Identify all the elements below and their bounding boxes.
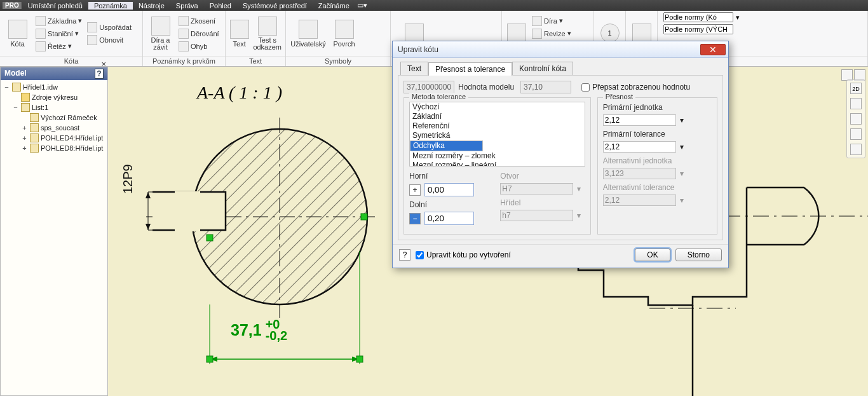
zoom-icon[interactable] bbox=[850, 128, 862, 140]
alt-tol-select bbox=[603, 195, 676, 206]
chamfer-button[interactable]: Zkosení bbox=[177, 15, 220, 27]
tree-label[interactable]: POHLED4:Hřídel.ipt bbox=[41, 134, 103, 142]
dimension-horizontal[interactable]: 37,1 +0 -0,2 bbox=[231, 318, 287, 341]
list-item[interactable]: Základní bbox=[410, 112, 585, 121]
tree-label[interactable]: sps_soucast bbox=[41, 124, 79, 132]
bend-icon bbox=[179, 41, 189, 51]
menu-tab[interactable]: Umístění pohledů bbox=[22, 2, 88, 10]
ribbon-panel-kota: Kóta Základna▾ Staniční▾ Řetěz▾ Uspořáda… bbox=[0, 11, 143, 66]
primary-tol-select[interactable] bbox=[603, 141, 676, 153]
ribbon-panel-symbols: Uživatelský Povrch Symboly bbox=[286, 11, 391, 66]
chamfer-icon bbox=[179, 16, 189, 26]
lower-input[interactable] bbox=[424, 212, 474, 225]
user-symbol-icon bbox=[299, 20, 318, 39]
tree-expander[interactable]: − bbox=[3, 83, 10, 91]
bend-button[interactable]: Ohyb bbox=[177, 40, 220, 53]
minimize-ribbon-icon[interactable]: ▭▾ bbox=[355, 1, 369, 10]
drawing-icon bbox=[12, 83, 21, 92]
primary-tol-label: Primární tolerance bbox=[603, 130, 712, 139]
model-value-raw: 37,10000000 bbox=[403, 81, 454, 93]
tab-text[interactable]: Text bbox=[400, 62, 428, 75]
dialog-title: Upravit kótu bbox=[398, 45, 438, 54]
tab-inspection[interactable]: Kontrolní kóta bbox=[512, 62, 573, 75]
list-item[interactable]: Mezní rozměry – zlomek bbox=[410, 151, 585, 161]
tree-label[interactable]: Hřídel1.idw bbox=[23, 83, 58, 91]
list-item[interactable]: Výchozí bbox=[410, 102, 585, 112]
border-icon bbox=[30, 113, 39, 122]
menu-tab[interactable]: Systémové prostředí bbox=[237, 2, 313, 10]
alt-unit-label: Alternativní jednotka bbox=[603, 156, 712, 165]
minus-icon[interactable]: − bbox=[409, 213, 421, 224]
edit-dimension-dialog: Upravit kótu ✕ Text Přesnost a tolerance… bbox=[392, 41, 729, 268]
menu-tab[interactable]: Poznámka bbox=[88, 2, 133, 10]
model-tree[interactable]: −Hřídel1.idw Zdroje výkresu −List:1 Vých… bbox=[1, 80, 107, 155]
chain-button[interactable]: Řetěz▾ bbox=[34, 40, 83, 53]
edit-after-create-checkbox[interactable]: Upravit kótu po vytvoření bbox=[416, 250, 511, 259]
zoom-window-icon[interactable] bbox=[850, 113, 862, 125]
list-item[interactable]: Symetrická bbox=[410, 131, 585, 140]
plus-icon[interactable]: + bbox=[409, 184, 421, 196]
leader-text-button[interactable]: Test s odkazem bbox=[252, 14, 282, 53]
retrieve-button[interactable]: Obnovit bbox=[86, 34, 133, 46]
view-icon bbox=[30, 144, 39, 153]
revision-button[interactable]: Revize▾ bbox=[531, 27, 573, 40]
primary-unit-select[interactable] bbox=[603, 114, 676, 126]
cancel-button[interactable]: Storno bbox=[675, 249, 722, 261]
menu-tab[interactable]: Nástroje bbox=[133, 2, 170, 10]
lower-label: Dolní bbox=[409, 200, 494, 209]
tree-expander[interactable]: + bbox=[21, 124, 28, 132]
tolerance-method-listbox[interactable]: Výchozí Základní Referenční Symetrická O… bbox=[409, 102, 585, 167]
dialog-titlebar[interactable]: Upravit kótu ✕ bbox=[393, 41, 728, 58]
shaft-select bbox=[500, 210, 573, 221]
pan-icon[interactable] bbox=[850, 98, 862, 109]
tree-expander[interactable]: + bbox=[21, 144, 28, 152]
tree-expander[interactable]: − bbox=[12, 104, 19, 111]
ok-button[interactable]: OK bbox=[635, 249, 670, 261]
text-button[interactable]: Text bbox=[229, 14, 250, 53]
tree-label[interactable]: POHLED8:Hřídel.ipt bbox=[41, 144, 103, 152]
override-value-checkbox[interactable]: Přepsat zobrazenou hodnotu bbox=[581, 83, 690, 92]
tolerance-method-group: Metoda tolerance Výchozí Základní Refere… bbox=[403, 97, 591, 235]
dimension-button[interactable]: Kóta bbox=[3, 14, 32, 53]
dimension-style-select[interactable] bbox=[663, 12, 733, 22]
dialog-tabs: Text Přesnost a tolerance Kontrolní kóta bbox=[400, 62, 728, 75]
alt-unit-select bbox=[603, 168, 676, 179]
upper-input[interactable] bbox=[424, 183, 474, 196]
baseline-button[interactable]: Základna▾ bbox=[34, 15, 83, 27]
list-item[interactable]: Referenční bbox=[410, 121, 585, 131]
browser-close-icon[interactable]: × bbox=[101, 59, 106, 69]
arrange-button[interactable]: Uspořádat bbox=[86, 21, 133, 34]
parts-list-icon bbox=[507, 24, 526, 43]
list-item[interactable]: Mezní rozměry – lineární bbox=[410, 161, 585, 167]
ordinate-button[interactable]: Staniční▾ bbox=[34, 27, 83, 40]
nav-2d-icon[interactable]: 2D bbox=[850, 83, 862, 94]
layer-select[interactable] bbox=[663, 24, 733, 34]
menu-tab[interactable]: Pohled bbox=[204, 2, 237, 10]
panel-label: Text bbox=[226, 56, 285, 66]
tree-expander[interactable]: + bbox=[21, 134, 28, 142]
menu-tab[interactable]: Správa bbox=[170, 2, 204, 10]
tree-label[interactable]: Výchozí Rámeček bbox=[41, 114, 97, 121]
help-icon[interactable]: ? bbox=[399, 249, 410, 261]
hole-table-icon bbox=[532, 16, 542, 26]
hole-table-button[interactable]: Díra▾ bbox=[531, 15, 573, 27]
hole-thread-icon bbox=[151, 17, 170, 36]
dimension-icon bbox=[8, 20, 27, 39]
punch-icon bbox=[179, 29, 189, 39]
tab-precision-tolerance[interactable]: Přesnost a tolerance bbox=[428, 62, 512, 76]
menu-tab[interactable]: Začínáme bbox=[313, 2, 355, 10]
hole-label: Otvor bbox=[500, 172, 585, 181]
tree-label[interactable]: Zdroje výkresu bbox=[32, 93, 78, 101]
surface-icon bbox=[335, 20, 354, 39]
punch-button[interactable]: Děrování bbox=[177, 27, 220, 40]
hole-thread-button[interactable]: Díra a závit bbox=[146, 14, 175, 53]
tree-label[interactable]: List:1 bbox=[32, 104, 48, 111]
browser-help-icon[interactable]: ? bbox=[95, 69, 104, 79]
user-symbol-button[interactable]: Uživatelský bbox=[289, 14, 327, 53]
balloon-icon: 1 bbox=[600, 24, 620, 43]
model-browser: × Model ? −Hřídel1.idw Zdroje výkresu −L… bbox=[0, 67, 108, 396]
list-item[interactable]: Odchylka bbox=[410, 140, 483, 151]
close-icon[interactable]: ✕ bbox=[700, 44, 726, 55]
surface-button[interactable]: Povrch bbox=[330, 14, 358, 53]
zoom-all-icon[interactable] bbox=[850, 144, 862, 155]
